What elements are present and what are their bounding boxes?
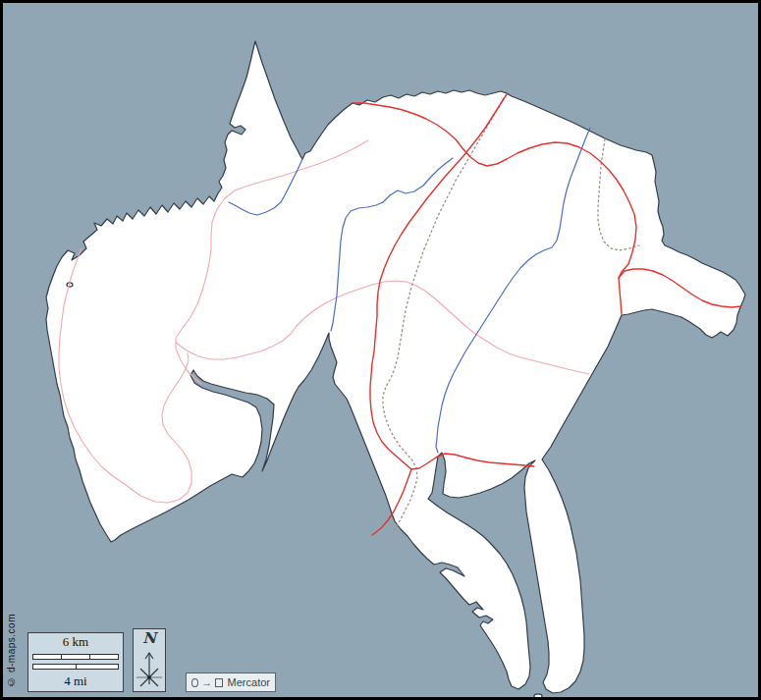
- map-viewport: © d-maps.com 6 km 4 mi N → Mercator: [0, 0, 761, 700]
- north-arrow-icon: [134, 647, 165, 690]
- north-label: N: [142, 630, 156, 647]
- projection-name: Mercator: [228, 676, 270, 688]
- flat-map-square-icon: [215, 678, 222, 687]
- globe-circle-icon: [191, 678, 198, 687]
- projection-legend: → Mercator: [186, 673, 276, 692]
- scale-segment: [32, 654, 62, 660]
- scale-bar-panel: 6 km 4 mi: [27, 632, 124, 692]
- base-map: [3, 3, 761, 700]
- scale-mi-label: 4 mi: [64, 674, 86, 688]
- scale-km-label: 6 km: [63, 635, 88, 649]
- scale-km-bar: [32, 654, 119, 660]
- copyright-text: © d-maps.com: [6, 614, 17, 687]
- scale-segment: [77, 664, 120, 670]
- small-island-south: [534, 694, 542, 698]
- projection-arrow-glyph: →: [201, 677, 212, 687]
- scale-segment: [32, 664, 77, 670]
- compass-panel: N: [133, 628, 166, 692]
- scale-mi-bar: [32, 664, 119, 670]
- scale-segment: [62, 654, 90, 660]
- scale-segment: [90, 654, 119, 660]
